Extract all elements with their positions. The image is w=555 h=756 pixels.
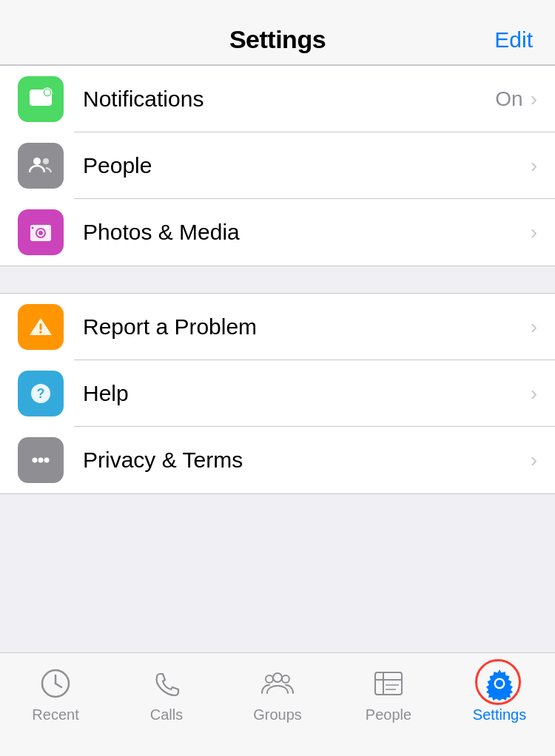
people-label: People <box>83 153 531 178</box>
recent-tab-icon <box>37 665 74 702</box>
groups-tab-label: Groups <box>253 706 302 723</box>
svg-point-10 <box>32 227 34 229</box>
svg-point-22 <box>273 673 282 682</box>
privacy-terms-row[interactable]: Privacy & Terms › <box>0 427 555 493</box>
people-icon <box>18 143 64 189</box>
svg-point-8 <box>38 231 43 235</box>
tab-settings[interactable]: Settings <box>451 665 548 723</box>
svg-point-31 <box>496 680 503 687</box>
people-chevron: › <box>531 154 537 178</box>
settings-group-2: Report a Problem › ? Help › Privacy & Te… <box>0 293 555 494</box>
report-problem-icon <box>18 304 64 350</box>
svg-point-12 <box>39 331 42 334</box>
calls-tab-label: Calls <box>150 706 183 723</box>
notifications-icon <box>18 76 64 122</box>
settings-tab-label: Settings <box>473 706 526 723</box>
people-row[interactable]: People › <box>0 132 555 199</box>
privacy-terms-chevron: › <box>531 448 537 472</box>
svg-point-3 <box>33 158 41 165</box>
tab-people[interactable]: People <box>340 665 437 723</box>
tab-recent[interactable]: Recent <box>7 665 104 723</box>
svg-point-2 <box>44 90 50 95</box>
tab-groups[interactable]: Groups <box>229 665 326 723</box>
help-label: Help <box>83 381 531 406</box>
photos-media-chevron: › <box>531 220 537 244</box>
svg-point-23 <box>282 675 289 683</box>
svg-point-15 <box>33 458 38 463</box>
svg-point-17 <box>44 458 50 463</box>
people-tab-label: People <box>366 706 411 723</box>
notifications-value: On <box>495 87 522 111</box>
photos-media-icon <box>18 209 64 255</box>
photos-media-row[interactable]: Photos & Media › <box>0 199 555 266</box>
report-problem-label: Report a Problem <box>83 314 531 340</box>
notifications-chevron: › <box>531 87 537 111</box>
app-header: Settings Edit <box>0 0 555 65</box>
privacy-terms-label: Privacy & Terms <box>83 448 531 473</box>
settings-group-1: Notifications On › People › <box>0 65 555 266</box>
group-spacer <box>0 266 555 293</box>
help-row[interactable]: ? Help › <box>0 360 555 427</box>
notifications-label: Notifications <box>83 87 495 112</box>
svg-rect-11 <box>40 323 42 330</box>
privacy-terms-icon <box>18 437 64 483</box>
calls-tab-icon <box>148 665 185 702</box>
svg-point-21 <box>266 675 273 683</box>
photos-media-label: Photos & Media <box>83 220 531 245</box>
svg-rect-9 <box>44 226 48 229</box>
settings-tab-icon <box>481 665 518 702</box>
tab-bar: Recent Calls Groups <box>0 652 555 756</box>
people-tab-icon <box>370 665 407 702</box>
report-problem-row[interactable]: Report a Problem › <box>0 294 555 360</box>
svg-point-4 <box>43 158 49 164</box>
edit-button[interactable]: Edit <box>494 27 533 53</box>
help-icon: ? <box>18 371 64 416</box>
help-chevron: › <box>531 382 537 405</box>
page-title: Settings <box>229 25 326 54</box>
tab-calls[interactable]: Calls <box>118 665 215 723</box>
svg-rect-24 <box>375 672 402 695</box>
report-problem-chevron: › <box>531 315 537 339</box>
notifications-row[interactable]: Notifications On › <box>0 66 555 132</box>
svg-point-16 <box>38 458 44 463</box>
recent-tab-label: Recent <box>32 706 78 723</box>
svg-text:?: ? <box>37 386 45 401</box>
svg-line-20 <box>56 684 61 687</box>
groups-tab-icon <box>259 665 296 702</box>
